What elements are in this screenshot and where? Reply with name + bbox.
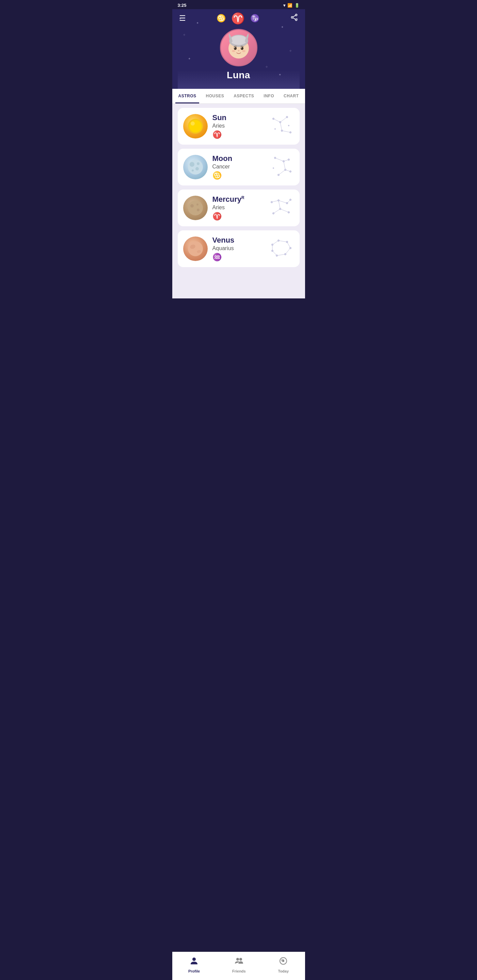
avatar-illustration — [222, 30, 256, 65]
status-icons: ▾ 📶 🔋 — [283, 3, 300, 8]
venus-planet-icon — [183, 237, 208, 261]
sun-planet-icon — [183, 114, 208, 138]
svg-point-58 — [286, 202, 288, 204]
svg-point-57 — [278, 200, 279, 202]
svg-line-69 — [285, 248, 290, 254]
svg-line-34 — [275, 158, 284, 161]
svg-point-32 — [197, 162, 199, 165]
svg-line-67 — [279, 240, 287, 242]
svg-point-48 — [197, 208, 199, 211]
svg-line-66 — [272, 240, 279, 245]
svg-point-33 — [192, 169, 194, 172]
svg-point-16 — [189, 120, 201, 132]
svg-line-50 — [272, 200, 279, 202]
svg-point-78 — [276, 255, 278, 256]
tab-houses[interactable]: HOUSES — [203, 89, 227, 103]
svg-line-4 — [293, 18, 295, 19]
svg-point-8 — [234, 47, 237, 50]
svg-point-14 — [238, 50, 239, 51]
svg-point-45 — [273, 168, 274, 169]
sign-icons: ♋ ♈ ♑ — [215, 12, 261, 25]
svg-point-28 — [274, 129, 276, 130]
tab-info[interactable]: INFO — [261, 89, 277, 103]
svg-point-59 — [289, 199, 291, 201]
venus-constellation — [268, 234, 295, 263]
svg-point-75 — [286, 241, 288, 243]
svg-point-61 — [288, 212, 289, 213]
svg-point-77 — [284, 253, 286, 255]
svg-line-37 — [279, 170, 285, 175]
svg-line-3 — [293, 15, 295, 17]
svg-point-10 — [234, 47, 235, 48]
svg-line-19 — [280, 117, 287, 122]
capricorn-sign-button[interactable]: ♑ — [249, 13, 261, 24]
header-nav: ☰ ♋ ♈ ♑ — [178, 9, 300, 26]
svg-point-73 — [271, 244, 273, 246]
svg-point-11 — [241, 47, 242, 48]
svg-point-17 — [191, 121, 195, 126]
svg-point-79 — [271, 250, 273, 252]
sun-card[interactable]: Sun Aries ♈ — [178, 108, 300, 145]
svg-point-23 — [279, 121, 281, 123]
svg-line-53 — [279, 200, 280, 209]
svg-line-36 — [284, 161, 285, 170]
svg-point-47 — [190, 204, 194, 208]
svg-line-54 — [280, 209, 289, 212]
signal-icon: 📶 — [287, 3, 292, 8]
svg-point-12 — [232, 50, 235, 52]
svg-point-22 — [272, 118, 274, 120]
mercury-constellation — [268, 194, 295, 222]
battery-icon: 🔋 — [295, 3, 300, 8]
svg-point-24 — [286, 116, 288, 118]
svg-point-60 — [279, 208, 281, 210]
svg-line-18 — [273, 119, 280, 122]
svg-line-51 — [279, 200, 287, 203]
svg-point-62 — [272, 213, 274, 215]
svg-point-41 — [288, 159, 289, 161]
svg-point-76 — [289, 247, 291, 249]
tab-astros[interactable]: ASTROS — [175, 89, 199, 103]
sun-constellation — [268, 112, 295, 140]
svg-line-55 — [273, 209, 280, 213]
svg-point-29 — [188, 159, 203, 175]
svg-point-9 — [241, 47, 243, 50]
svg-point-74 — [278, 240, 279, 242]
moon-card[interactable]: Moon Cancer ♋ — [178, 149, 300, 185]
tab-aspects[interactable]: ASPECTS — [231, 89, 257, 103]
status-time: 3:25 — [178, 3, 187, 8]
mercury-card[interactable]: MercuryR Aries ♈ — [178, 189, 300, 226]
svg-point-0 — [295, 14, 297, 16]
svg-point-43 — [278, 174, 279, 176]
aries-symbol: ♈ — [231, 12, 245, 25]
svg-line-20 — [280, 122, 282, 130]
menu-button[interactable]: ☰ — [178, 13, 187, 24]
cancer-sign-button[interactable]: ♋ — [215, 13, 227, 24]
avatar-section: ✦ ✧ ✦ ✦ ✧ ✦ ✧ ✦ ✦ — [178, 26, 300, 89]
svg-point-7 — [230, 35, 247, 45]
svg-point-25 — [281, 130, 282, 132]
svg-point-26 — [289, 132, 291, 134]
moon-planet-icon — [183, 155, 208, 179]
svg-point-13 — [242, 50, 246, 52]
avatar — [220, 29, 257, 66]
tab-chart[interactable]: CHART — [281, 89, 302, 103]
svg-point-2 — [291, 17, 293, 18]
svg-point-56 — [271, 202, 272, 203]
svg-point-40 — [282, 161, 284, 162]
wifi-icon: ▾ — [283, 3, 285, 8]
mercury-planet-icon — [183, 196, 208, 220]
svg-point-46 — [188, 200, 203, 215]
svg-line-21 — [282, 130, 290, 132]
svg-point-31 — [195, 167, 199, 170]
svg-point-42 — [284, 169, 286, 171]
status-bar: 3:25 ▾ 📶 🔋 — [172, 0, 305, 9]
tabs-container: ASTROS HOUSES ASPECTS INFO CHART — [172, 89, 305, 104]
svg-point-49 — [196, 204, 198, 205]
svg-point-27 — [288, 125, 289, 126]
share-button[interactable] — [289, 12, 300, 25]
header: ☰ ♋ ♈ ♑ ✦ ✧ ✦ ✦ ✧ ✦ ✧ ✦ ✦ — [172, 9, 305, 89]
moon-constellation — [268, 153, 295, 181]
venus-card[interactable]: Venus Aquarius ♒ — [178, 231, 300, 267]
svg-point-63 — [188, 241, 203, 256]
svg-point-39 — [274, 157, 276, 159]
